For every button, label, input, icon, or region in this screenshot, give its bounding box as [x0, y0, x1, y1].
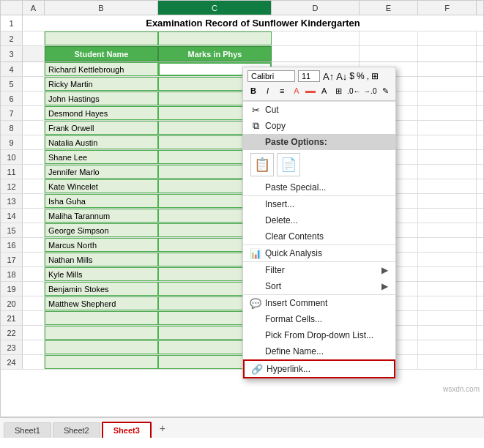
row6-F[interactable]: [418, 92, 477, 105]
row2-E[interactable]: [360, 31, 418, 45]
row12-A[interactable]: [23, 179, 45, 193]
row9-name[interactable]: Natalia Austin: [45, 135, 158, 149]
align-button[interactable]: ≡: [276, 84, 288, 97]
row10-F[interactable]: [418, 150, 477, 164]
row13-F[interactable]: [418, 194, 477, 208]
row3-F[interactable]: [418, 46, 477, 61]
row9-A[interactable]: [23, 135, 45, 149]
row4-F[interactable]: [418, 62, 477, 76]
ctx-cut[interactable]: ✂ Cut: [243, 101, 395, 118]
row14-A[interactable]: [23, 209, 45, 223]
row16-A[interactable]: [23, 238, 45, 252]
row2-F[interactable]: [418, 31, 477, 45]
fill-color-button[interactable]: A: [291, 84, 302, 97]
row7-F[interactable]: [418, 106, 477, 120]
tab-sheet1[interactable]: Sheet1: [4, 422, 51, 438]
bold-button[interactable]: B: [247, 84, 259, 97]
col-header-B[interactable]: B: [45, 1, 158, 15]
row15-A[interactable]: [23, 223, 45, 237]
col-header-A[interactable]: A: [23, 1, 45, 15]
ctx-copy[interactable]: ⧉ Copy: [243, 118, 395, 134]
col-header-F[interactable]: F: [418, 1, 477, 15]
row13-A[interactable]: [23, 194, 45, 208]
row11-name[interactable]: Jennifer Marlo: [45, 165, 158, 179]
row7-A[interactable]: [23, 106, 45, 120]
row13-name[interactable]: Isha Guha: [45, 194, 158, 208]
comma-icon[interactable]: ,: [367, 71, 369, 81]
ctx-paste-special[interactable]: Paste Special...: [243, 179, 395, 195]
row12-name[interactable]: Kate Wincelet: [45, 179, 158, 193]
font-increase-icon[interactable]: A↑: [323, 71, 334, 82]
row17-F[interactable]: [418, 253, 477, 266]
tab-sheet3[interactable]: Sheet3: [102, 422, 152, 438]
row7-name[interactable]: Desmond Hayes: [45, 106, 158, 120]
row14-F[interactable]: [418, 209, 477, 223]
ctx-hyperlink[interactable]: 🔗 Hyperlink...: [243, 359, 395, 378]
row20-F[interactable]: [418, 296, 477, 310]
grid-icon[interactable]: ⊞: [371, 71, 379, 81]
ctx-format-cells[interactable]: Format Cells...: [243, 311, 395, 327]
row5-name[interactable]: Ricky Martin: [45, 77, 158, 91]
row2-C[interactable]: [158, 31, 272, 45]
row4-name[interactable]: Richard Kettlebrough: [45, 62, 158, 76]
ctx-define-name[interactable]: Define Name...: [243, 343, 395, 359]
col-header-D[interactable]: D: [272, 1, 360, 15]
tab-sheet2[interactable]: Sheet2: [53, 422, 100, 438]
row6-name[interactable]: John Hastings: [45, 92, 158, 105]
font-color-button[interactable]: A: [319, 84, 330, 97]
percent-icon[interactable]: %: [357, 71, 365, 81]
ctx-font-input[interactable]: Calibri: [247, 70, 295, 82]
borders-button[interactable]: ⊞: [333, 84, 345, 97]
paste-icon-2[interactable]: 📄: [277, 153, 300, 176]
row4-A[interactable]: [23, 62, 45, 76]
row2-B[interactable]: [45, 31, 158, 45]
row5-A[interactable]: [23, 77, 45, 91]
ctx-font-size[interactable]: 11: [298, 70, 320, 82]
dec-decimal-button[interactable]: .0←: [347, 84, 360, 97]
dollar-icon[interactable]: $: [349, 71, 354, 81]
ctx-quick-analysis[interactable]: 📊 Quick Analysis: [243, 244, 395, 261]
add-sheet-button[interactable]: +: [153, 419, 172, 438]
row16-name[interactable]: Marcus North: [45, 238, 158, 252]
ctx-filter[interactable]: Filter ▶: [243, 261, 395, 278]
ctx-insert[interactable]: Insert...: [243, 195, 395, 212]
col-header-E[interactable]: E: [360, 1, 418, 15]
row16-F[interactable]: [418, 238, 477, 252]
row3-E[interactable]: [360, 46, 418, 61]
row14-name[interactable]: Maliha Tarannum: [45, 209, 158, 223]
row8-A[interactable]: [23, 121, 45, 135]
row3-A[interactable]: [23, 46, 45, 61]
row6-A[interactable]: [23, 92, 45, 105]
row11-A[interactable]: [23, 165, 45, 179]
row2-A[interactable]: [23, 31, 45, 45]
row18-F[interactable]: [418, 267, 477, 281]
row19-name[interactable]: Benjamin Stokes: [45, 282, 158, 296]
row15-F[interactable]: [418, 223, 477, 237]
ctx-delete[interactable]: Delete...: [243, 212, 395, 228]
row10-name[interactable]: Shane Lee: [45, 150, 158, 164]
row9-F[interactable]: [418, 135, 477, 149]
row11-F[interactable]: [418, 165, 477, 179]
row20-name[interactable]: Matthew Shepherd: [45, 296, 158, 310]
row20-A[interactable]: [23, 296, 45, 310]
row18-A[interactable]: [23, 267, 45, 281]
row17-A[interactable]: [23, 253, 45, 266]
ctx-insert-comment[interactable]: 💬 Insert Comment: [243, 294, 395, 311]
row8-name[interactable]: Frank Orwell: [45, 121, 158, 135]
ctx-clear[interactable]: Clear Contents: [243, 228, 395, 244]
more-button[interactable]: ✎: [379, 84, 391, 97]
row18-name[interactable]: Kyle Mills: [45, 267, 158, 281]
row10-A[interactable]: [23, 150, 45, 164]
row8-F[interactable]: [418, 121, 477, 135]
ctx-sort[interactable]: Sort ▶: [243, 278, 395, 294]
row19-A[interactable]: [23, 282, 45, 296]
row3-D[interactable]: [272, 46, 360, 61]
italic-button[interactable]: I: [262, 84, 274, 97]
paste-icon-1[interactable]: 📋: [250, 153, 274, 176]
row19-F[interactable]: [418, 282, 477, 296]
font-decrease-icon[interactable]: A↓: [336, 71, 347, 82]
row2-D[interactable]: [272, 31, 360, 45]
inc-decimal-button[interactable]: →.0: [363, 84, 376, 97]
ctx-pick-dropdown[interactable]: Pick From Drop-down List...: [243, 327, 395, 343]
row15-name[interactable]: George Simpson: [45, 223, 158, 237]
